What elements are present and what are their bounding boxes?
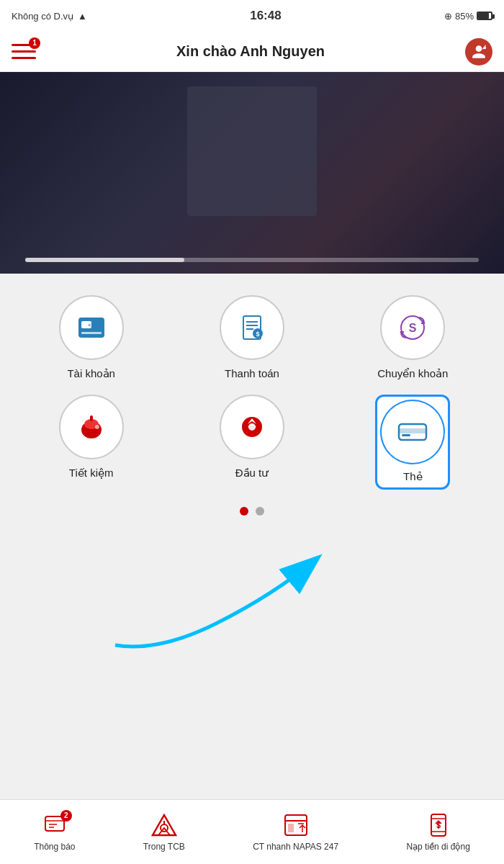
profile-icon — [471, 44, 487, 60]
svg-rect-33 — [288, 824, 294, 832]
the-circle — [382, 401, 444, 463]
nav-trong-tcb[interactable]: Trong TCB — [143, 813, 185, 852]
menu-line-3 — [12, 57, 36, 59]
nap-tien-icon: $ — [428, 813, 449, 837]
the-highlighted-box: Thẻ — [375, 395, 450, 490]
nav-ct-nhanh[interactable]: CT nhanh NAPAS 247 — [253, 813, 338, 852]
carrier-text: Không có D.vụ — [12, 11, 73, 22]
status-bar: Không có D.vụ ▲ 16:48 ⊕ 85% — [0, 0, 504, 32]
profile-button[interactable] — [465, 38, 492, 66]
dot-1 — [240, 507, 248, 516]
tai-khoan-circle: <> — [59, 295, 124, 360]
menu-badge: 1 — [29, 37, 40, 49]
ct-nhanh-icon-wrap — [280, 813, 312, 837]
tiet-kiem-circle — [59, 395, 124, 459]
svg-rect-22 — [402, 434, 410, 436]
dau-tu-label: Đầu tư — [235, 467, 269, 480]
tai-khoan-label: Tài khoản — [67, 367, 115, 380]
banner-background — [0, 72, 504, 274]
menu-line-2 — [12, 50, 36, 53]
grid-item-tiet-kiem[interactable]: Tiết kiệm — [14, 395, 168, 490]
main-content: <> Tài khoản $ Thanh toán — [0, 274, 504, 681]
bottom-nav: 2 Thông báo Trong TCB CT — [0, 799, 504, 864]
status-time: 16:48 — [250, 9, 281, 23]
grid-item-the[interactable]: Thẻ — [336, 395, 490, 490]
svg-text:<>: <> — [88, 322, 95, 328]
the-label: Thẻ — [403, 470, 423, 483]
thong-bao-icon-wrap: 2 — [39, 813, 71, 837]
grid-item-tai-khoan[interactable]: <> Tài khoản — [14, 295, 168, 380]
trong-tcb-label: Trong TCB — [143, 842, 185, 852]
grid-item-chuyen-khoan[interactable]: S Chuyển khoản — [336, 295, 490, 380]
nav-nap-tien[interactable]: $ Nạp tiền di động — [406, 813, 469, 852]
chuyen-khoan-icon: S — [397, 312, 428, 343]
dot-2 — [256, 507, 264, 516]
trong-tcb-icon — [151, 814, 177, 837]
dau-tu-circle — [220, 395, 284, 459]
svg-rect-3 — [81, 332, 102, 334]
ct-nhanh-icon — [284, 814, 308, 837]
nap-tien-label: Nạp tiền di động — [406, 842, 469, 852]
header-title: Xin chào Anh Nguyen — [176, 43, 325, 60]
thong-bao-label: Thông báo — [34, 842, 75, 852]
chuyen-khoan-circle: S — [380, 295, 445, 360]
svg-text:S: S — [409, 322, 417, 334]
thong-bao-badge: 2 — [60, 810, 72, 822]
arrow-container — [14, 537, 490, 667]
svg-text:$: $ — [256, 330, 259, 338]
the-icon — [395, 414, 431, 450]
thanh-toan-label: Thanh toán — [225, 367, 279, 379]
thanh-toan-circle: $ — [220, 295, 284, 360]
svg-rect-16 — [90, 415, 93, 421]
grid-item-dau-tu[interactable]: Đầu tư — [175, 395, 328, 490]
trong-tcb-icon-wrap — [148, 813, 180, 837]
dau-tu-icon — [236, 411, 268, 443]
svg-point-0 — [483, 46, 486, 49]
location-icon: ⊕ — [444, 11, 452, 22]
page-dots — [14, 507, 490, 516]
thanh-toan-icon: $ — [236, 312, 268, 343]
tiet-kiem-label: Tiết kiệm — [69, 467, 114, 480]
menu-button[interactable]: 1 — [12, 42, 36, 62]
banner-progress-bar — [25, 258, 479, 262]
banner-image — [187, 86, 317, 216]
battery-icon — [477, 12, 492, 20]
svg-point-15 — [95, 425, 99, 429]
tai-khoan-icon: <> — [76, 312, 107, 343]
status-right: ⊕ 85% — [444, 11, 492, 22]
banner-area — [0, 72, 504, 274]
grid-item-thanh-toan[interactable]: $ Thanh toán — [175, 295, 328, 380]
nap-tien-icon-wrap: $ — [423, 813, 454, 837]
tiet-kiem-icon — [76, 411, 107, 443]
pointing-arrow — [72, 537, 360, 660]
icon-grid: <> Tài khoản $ Thanh toán — [14, 295, 490, 490]
svg-point-17 — [85, 433, 89, 436]
chuyen-khoan-label: Chuyển khoản — [377, 367, 448, 380]
ct-nhanh-label: CT nhanh NAPAS 247 — [253, 842, 338, 852]
status-carrier: Không có D.vụ ▲ — [12, 11, 87, 22]
wifi-icon: ▲ — [78, 11, 87, 22]
svg-rect-21 — [399, 428, 426, 433]
battery-percent: 85% — [455, 11, 474, 22]
banner-progress-fill — [25, 258, 184, 262]
app-header: 1 Xin chào Anh Nguyen — [0, 32, 504, 72]
nav-thong-bao[interactable]: 2 Thông báo — [34, 813, 75, 852]
